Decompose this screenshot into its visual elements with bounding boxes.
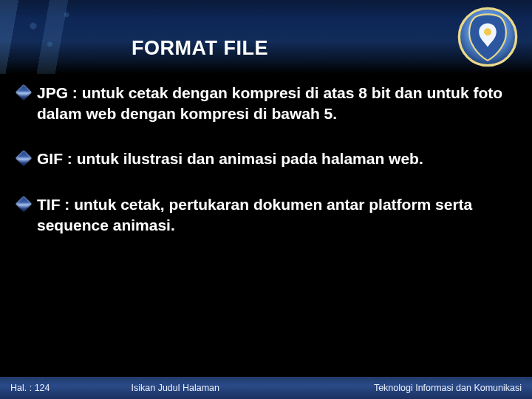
slide-header: FORMAT FILE — [0, 0, 532, 74]
header-decor — [0, 0, 111, 74]
diamond-bullet-icon — [16, 196, 33, 213]
bullet-text: TIF : untuk cetak, pertukaran dokumen an… — [37, 194, 514, 235]
list-item: JPG : untuk cetak dengan kompresi di ata… — [18, 83, 514, 123]
list-item: GIF : untuk ilustrasi dan animasi pada h… — [18, 149, 514, 169]
logo-icon — [457, 6, 519, 68]
list-item: TIF : untuk cetak, pertukaran dokumen an… — [18, 194, 514, 235]
footer-right: Teknologi Informasi dan Komunikasi — [374, 383, 522, 393]
diamond-bullet-icon — [16, 150, 33, 167]
bullet-text: GIF : untuk ilustrasi dan animasi pada h… — [37, 149, 514, 169]
bullet-text: JPG : untuk cetak dengan kompresi di ata… — [37, 83, 514, 123]
slide-body: JPG : untuk cetak dengan kompresi di ata… — [18, 83, 514, 261]
slide-title: FORMAT FILE — [132, 37, 268, 60]
svg-point-1 — [484, 28, 491, 35]
diamond-bullet-icon — [16, 84, 33, 101]
footer-center: Isikan Judul Halaman — [50, 383, 374, 393]
slide-footer: Hal. : 124 Isikan Judul Halaman Teknolog… — [0, 377, 532, 399]
slide: FORMAT FILE JPG : untuk cetak dengan — [0, 0, 532, 399]
footer-page: Hal. : 124 — [10, 383, 50, 393]
